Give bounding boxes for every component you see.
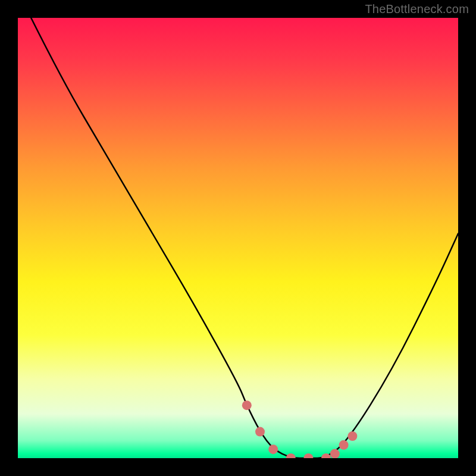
highlight-marker	[339, 440, 349, 450]
bottleneck-curve	[31, 18, 458, 458]
highlight-markers	[242, 400, 358, 458]
plot-area	[18, 18, 458, 458]
watermark-text: TheBottleneck.com	[365, 2, 469, 16]
highlight-marker	[303, 453, 313, 458]
highlight-marker	[268, 444, 278, 454]
highlight-marker	[255, 427, 265, 437]
highlight-marker	[330, 449, 340, 458]
highlight-marker	[242, 400, 252, 410]
chart-frame: TheBottleneck.com	[0, 0, 476, 476]
bottleneck-curve-svg	[18, 18, 458, 458]
highlight-marker	[286, 453, 296, 458]
highlight-marker	[347, 431, 357, 441]
